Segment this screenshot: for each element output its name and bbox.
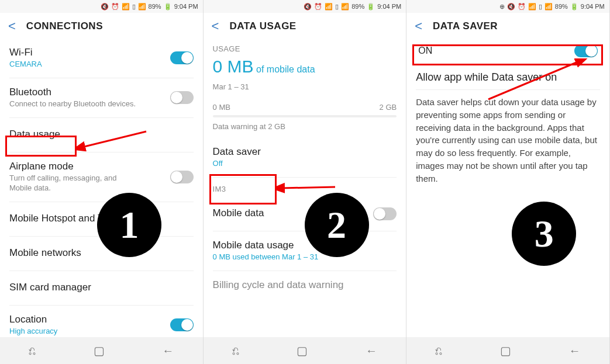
mobile-data-toggle[interactable]	[373, 207, 397, 220]
signal-icon: ▯	[539, 3, 542, 11]
header: < CONNECTIONS	[0, 13, 203, 39]
status-bar: 🔇 ⏰ 📶 ▯ 📶 89% 🔋 9:04 PM	[204, 0, 406, 13]
alarm-icon: ⏰	[314, 3, 322, 11]
mute-icon: 🔇	[507, 3, 515, 11]
home-icon[interactable]: ▢	[94, 344, 105, 358]
carrier-label: IM3	[213, 185, 397, 193]
signal-icon: ▯	[335, 3, 339, 11]
saver-content: ON Allow app while Data saver on Data sa…	[406, 39, 609, 337]
battery-icon: 🔋	[164, 3, 172, 11]
hotspot-label: Mobile Hotspot and Tethering	[9, 213, 194, 224]
usage-content: USAGE 0 MB of mobile data Mar 1 – 31 0 M…	[204, 39, 406, 337]
wifi-icon: 📶	[528, 3, 536, 11]
recents-icon[interactable]: ⎌	[435, 344, 442, 358]
location-item[interactable]: Location High accuracy	[9, 306, 194, 337]
bluetooth-label: Bluetooth	[9, 86, 194, 98]
page-title: DATA USAGE	[229, 20, 296, 32]
networks-item[interactable]: Mobile networks	[9, 237, 194, 271]
signal-icon-2: 📶	[544, 3, 553, 11]
signal-icon: ▯	[132, 3, 136, 11]
page-title: DATA SAVER	[433, 20, 498, 32]
location-toggle[interactable]	[170, 318, 194, 331]
mobile-data-item[interactable]: Mobile data	[213, 197, 397, 231]
data-saver-label: Data saver	[213, 146, 397, 158]
signal-icon-2: 📶	[341, 3, 349, 11]
header: < DATA SAVER	[406, 13, 609, 39]
location-sub: High accuracy	[9, 327, 194, 337]
battery-icon: 🔋	[367, 3, 375, 11]
wifi-label: Wi-Fi	[9, 47, 194, 58]
mobile-usage-sub: 0 MB used between Mar 1 – 31	[213, 252, 397, 262]
status-bar: ⊕ 🔇 ⏰ 📶 ▯ 📶 89% 🔋 9:04 PM	[406, 0, 609, 13]
panel-connections: 🔇 ⏰ 📶 ▯ 📶 89% 🔋 9:04 PM < CONNECTIONS Wi…	[0, 0, 204, 364]
bluetooth-item[interactable]: Bluetooth Connect to nearby Bluetooth de…	[9, 78, 194, 118]
back-icon[interactable]: <	[8, 20, 16, 33]
usage-amount: 0 MB of mobile data	[213, 57, 397, 77]
settings-list: Wi-Fi CEMARA Bluetooth Connect to nearby…	[0, 39, 203, 337]
datasaver-icon: ⊕	[499, 3, 505, 11]
range-max: 2 GB	[380, 103, 397, 112]
mobile-data-label: Mobile data	[213, 207, 397, 219]
data-usage-item[interactable]: Data usage	[9, 118, 194, 152]
back-nav-icon[interactable]: ←	[366, 344, 377, 358]
billing-label: Billing cycle and data warning	[213, 279, 397, 291]
divider	[416, 89, 600, 90]
battery-text: 89%	[351, 3, 364, 10]
usage-range: 0 MB 2 GB	[213, 103, 397, 112]
back-icon[interactable]: <	[415, 20, 422, 33]
recents-icon[interactable]: ⎌	[232, 344, 239, 358]
back-icon[interactable]: <	[212, 20, 219, 33]
wifi-sub: CEMARA	[9, 60, 194, 70]
usage-section-label: USAGE	[213, 44, 397, 53]
allow-app-item[interactable]: Allow app while Data saver on	[416, 71, 600, 84]
signal-icon-2: 📶	[138, 3, 146, 11]
back-nav-icon[interactable]: ←	[569, 344, 581, 358]
usage-number: 0 MB	[213, 57, 254, 76]
wifi-toggle[interactable]	[170, 51, 194, 64]
alarm-icon: ⏰	[111, 3, 119, 11]
wifi-icon: 📶	[122, 3, 130, 11]
bluetooth-toggle[interactable]	[170, 91, 194, 104]
home-icon[interactable]: ▢	[500, 344, 511, 358]
sim-label: SIM card manager	[9, 282, 194, 293]
mobile-usage-item[interactable]: Mobile data usage 0 MB used between Mar …	[213, 231, 397, 271]
range-min: 0 MB	[213, 103, 230, 112]
data-warning: Data warning at 2 GB	[213, 122, 397, 132]
wifi-icon: 📶	[325, 3, 333, 11]
airplane-sub: Turn off calling, messaging, and Mobile …	[9, 174, 138, 193]
mute-icon: 🔇	[304, 3, 312, 11]
clock-text: 9:04 PM	[581, 3, 605, 10]
sim-item[interactable]: SIM card manager	[9, 271, 194, 306]
recents-icon[interactable]: ⎌	[29, 344, 36, 358]
data-saver-item[interactable]: Data saver Off	[213, 138, 397, 178]
panel-data-saver: ⊕ 🔇 ⏰ 📶 ▯ 📶 89% 🔋 9:04 PM < DATA SAVER O…	[406, 0, 610, 364]
battery-text: 89%	[149, 3, 161, 10]
panel-data-usage: 🔇 ⏰ 📶 ▯ 📶 89% 🔋 9:04 PM < DATA USAGE USA…	[204, 0, 407, 364]
header: < DATA USAGE	[204, 13, 406, 39]
mobile-usage-label: Mobile data usage	[213, 240, 397, 251]
usage-suffix: of mobile data	[256, 64, 315, 74]
nav-bar: ⎌ ▢ ←	[204, 337, 406, 364]
airplane-toggle[interactable]	[170, 171, 194, 183]
hotspot-item[interactable]: Mobile Hotspot and Tethering	[9, 202, 194, 237]
date-range: Mar 1 – 31	[213, 82, 397, 92]
bluetooth-sub: Connect to nearby Bluetooth devices.	[9, 99, 194, 109]
usage-bar	[213, 115, 397, 117]
mute-icon: 🔇	[101, 3, 109, 11]
home-icon[interactable]: ▢	[297, 344, 308, 358]
alarm-icon: ⏰	[518, 3, 526, 11]
location-label: Location	[9, 314, 194, 325]
data-saver-toggle[interactable]	[574, 44, 598, 57]
data-saver-sub: Off	[213, 159, 397, 169]
clock-text: 9:04 PM	[174, 3, 198, 10]
status-bar: 🔇 ⏰ 📶 ▯ 📶 89% 🔋 9:04 PM	[0, 0, 203, 13]
page-title: CONNECTIONS	[26, 20, 103, 32]
airplane-item[interactable]: Airplane mode Turn off calling, messagin…	[9, 152, 194, 202]
airplane-label: Airplane mode	[9, 161, 194, 172]
nav-bar: ⎌ ▢ ←	[0, 337, 203, 364]
on-row[interactable]: ON	[416, 39, 600, 63]
billing-item[interactable]: Billing cycle and data warning	[213, 271, 397, 294]
wifi-item[interactable]: Wi-Fi CEMARA	[9, 39, 194, 78]
back-nav-icon[interactable]: ←	[162, 344, 174, 358]
description-text: Data saver helps cut down your data usag…	[416, 96, 600, 185]
